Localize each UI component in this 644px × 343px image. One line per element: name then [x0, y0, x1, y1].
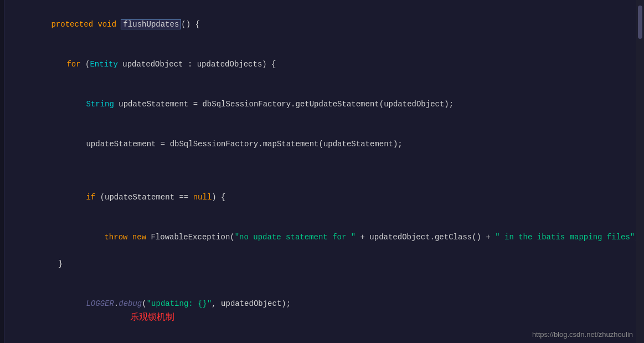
code-line-empty: [0, 270, 644, 284]
code-line: updateStatement = dbSqlSessionFactory.ma…: [0, 124, 644, 164]
code-line: throw new FlowableException("no update s…: [0, 217, 644, 257]
code-line: }: [0, 257, 644, 270]
scrollbar[interactable]: [636, 0, 644, 343]
scrollbar-thumb[interactable]: [638, 6, 642, 39]
code-line: LOGGER.debug("updating: {}", updatedObje…: [0, 284, 644, 337]
code-editor: protected void flushUpdates() { for (Ent…: [0, 0, 644, 343]
watermark: https://blog.csdn.net/zhuzhoulin: [532, 330, 633, 339]
code-line: String updateStatement = dbSqlSessionFac…: [0, 84, 644, 124]
annotation-optimistic-lock: 乐观锁机制: [130, 312, 174, 321]
code-line: protected void flushUpdates() {: [0, 4, 644, 44]
code-line: for (Entity updatedObject : updatedObjec…: [0, 44, 644, 84]
code-line-empty: [0, 164, 644, 177]
code-line: if (updateStatement == null) {: [0, 177, 644, 217]
